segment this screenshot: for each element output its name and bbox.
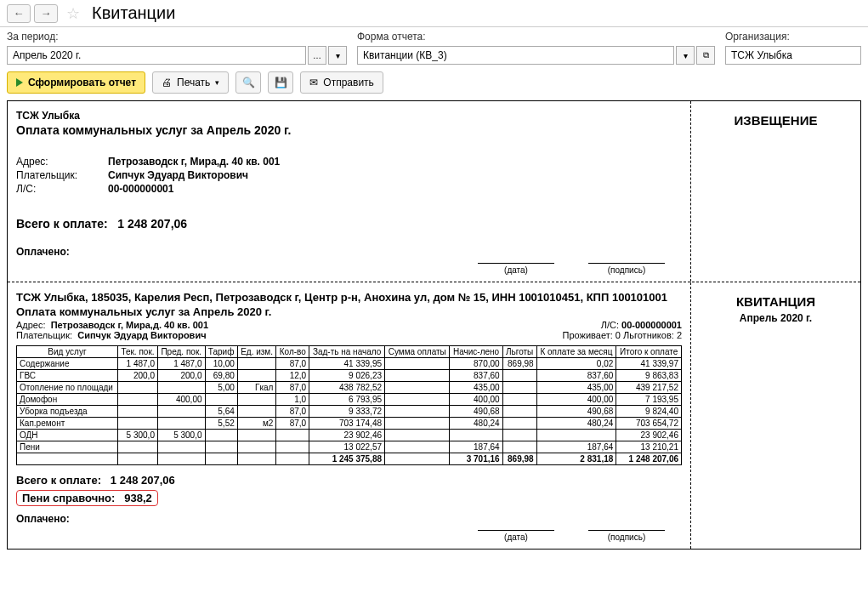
table-cell: 5,52 <box>205 418 237 430</box>
table-cell: 400,00 <box>157 394 205 406</box>
period-label: За период: <box>7 31 347 44</box>
table-cell: 13 210,21 <box>616 441 682 453</box>
period-ellipsis-button[interactable]: … <box>308 46 326 65</box>
play-icon <box>16 78 23 87</box>
page-title: Квитанции <box>92 3 175 23</box>
service-name: Домофон <box>17 394 118 406</box>
table-cell: 23 902,46 <box>309 430 385 441</box>
table-header: Ед. изм. <box>237 346 276 358</box>
table-cell <box>205 441 237 453</box>
send-label: Отправить <box>323 77 374 88</box>
forward-button[interactable]: → <box>34 4 58 23</box>
notice-addr: Петрозаводск г, Мира,д. 40 кв. 001 <box>108 156 280 168</box>
envelope-icon: ✉ <box>309 77 318 88</box>
receipt-peni-label: Пени справочно: <box>22 492 115 504</box>
service-name: Пени <box>17 441 118 453</box>
table-cell: 6 793,95 <box>309 394 385 406</box>
table-cell: 12,0 <box>276 370 309 382</box>
table-cell <box>157 441 205 453</box>
table-cell: 187,64 <box>536 441 616 453</box>
preview-button[interactable]: 🔍 <box>235 71 261 94</box>
table-header: Тек. пок. <box>117 346 157 358</box>
table-header: Льготы <box>502 346 536 358</box>
form-open-button[interactable]: ⧉ <box>696 46 715 65</box>
period-dropdown-button[interactable]: ▾ <box>328 46 347 65</box>
table-cell: 5 300,0 <box>157 430 205 441</box>
table-cell: 87,0 <box>276 358 309 370</box>
table-total-row: 1 245 375,883 701,16869,982 831,181 248 … <box>17 453 682 465</box>
table-cell <box>385 370 450 382</box>
back-button[interactable]: ← <box>7 4 31 23</box>
receipt-right-title: КВИТАНЦИЯ <box>700 294 852 309</box>
table-cell <box>117 394 157 406</box>
service-name: Отопление по площади <box>17 382 118 394</box>
table-cell: 187,64 <box>450 441 502 453</box>
chevron-down-icon: ▾ <box>215 78 219 87</box>
receipt-date-caption: (дата) <box>478 530 554 542</box>
report-document: ТСЖ Улыбка Оплата коммунальных услуг за … <box>7 100 861 550</box>
receipt-right-period: Апрель 2020 г. <box>700 312 852 324</box>
form-label: Форма отчета: <box>357 31 715 44</box>
period-input[interactable]: Апрель 2020 г. <box>7 46 306 65</box>
generate-report-button[interactable]: Сформировать отчет <box>7 71 145 94</box>
table-cell: 23 902,46 <box>616 430 682 441</box>
table-cell <box>157 382 205 394</box>
table-cell: 400,00 <box>450 394 502 406</box>
table-cell: 87,0 <box>276 406 309 418</box>
table-cell: 7 193,95 <box>616 394 682 406</box>
receipt-ls-label: Л/С: <box>601 320 619 330</box>
table-cell: 837,60 <box>450 370 502 382</box>
table-cell: 870,00 <box>450 358 502 370</box>
send-button[interactable]: ✉ Отправить <box>300 71 383 94</box>
form-input[interactable]: Квитанции (КВ_3) <box>357 46 674 65</box>
table-cell: 1 245 375,88 <box>309 453 385 465</box>
org-input[interactable]: ТСЖ Улыбка <box>725 46 861 65</box>
table-cell <box>157 418 205 430</box>
table-cell <box>205 430 237 441</box>
print-label: Печать <box>177 77 210 88</box>
table-header: Вид услуг <box>17 346 118 358</box>
receipt-paid-label: Оплачено: <box>16 513 682 525</box>
table-cell: 837,60 <box>536 370 616 382</box>
table-cell: 87,0 <box>276 382 309 394</box>
table-cell <box>385 453 450 465</box>
service-name: Кап.ремонт <box>17 418 118 430</box>
table-cell <box>502 441 536 453</box>
print-button[interactable]: 🖨 Печать ▾ <box>152 71 229 94</box>
table-cell: 2 831,18 <box>536 453 616 465</box>
receipt-payer: Сипчук Эдуард Викторович <box>77 330 206 340</box>
notice-payer: Сипчук Эдуард Викторович <box>108 169 248 181</box>
table-row: Кап.ремонт5,52м287,0703 174,48480,24480,… <box>17 418 682 430</box>
notice-heading: Оплата коммунальных услуг за Апрель 2020… <box>16 123 682 137</box>
table-cell: 10,00 <box>205 358 237 370</box>
form-dropdown-button[interactable]: ▾ <box>676 46 695 65</box>
notice-right-title: ИЗВЕЩЕНИЕ <box>700 113 852 128</box>
table-cell <box>276 453 309 465</box>
payer-label: Плательщик: <box>16 169 101 181</box>
notice-org: ТСЖ Улыбка <box>16 110 682 122</box>
receipt-peni: 938,2 <box>124 492 152 504</box>
receipt-heading: Оплата коммунальных услуг за Апрель 2020… <box>16 305 682 318</box>
table-cell <box>502 430 536 441</box>
service-name: ОДН <box>17 430 118 441</box>
table-row: Содержание1 487,01 487,010,0087,041 339,… <box>17 358 682 370</box>
receipt-ls: 00-000000001 <box>621 320 682 330</box>
table-cell <box>385 406 450 418</box>
table-cell: 480,24 <box>536 418 616 430</box>
magnifier-icon: 🔍 <box>242 77 255 88</box>
save-button[interactable]: 💾 <box>268 71 293 94</box>
favorite-icon[interactable]: ☆ <box>65 5 82 22</box>
table-cell <box>237 358 276 370</box>
table-cell <box>237 441 276 453</box>
table-cell <box>502 418 536 430</box>
table-cell: Гкал <box>237 382 276 394</box>
table-cell: 41 339,97 <box>616 358 682 370</box>
receipt-addr-label: Адрес: <box>16 320 46 330</box>
receipt-payer-label: Плательщик: <box>16 330 72 340</box>
table-row: Отопление по площади5,00Гкал87,0438 782,… <box>17 382 682 394</box>
table-cell: 439 217,52 <box>616 382 682 394</box>
table-cell <box>276 430 309 441</box>
table-cell <box>237 394 276 406</box>
table-cell: 5,00 <box>205 382 237 394</box>
table-cell: 490,68 <box>536 406 616 418</box>
